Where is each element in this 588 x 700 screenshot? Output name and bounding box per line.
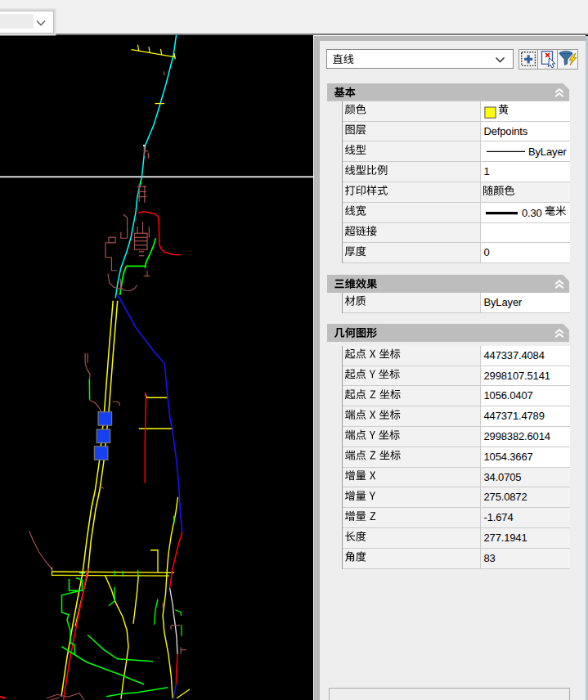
svg-text:ByLayer: ByLayer — [528, 146, 567, 158]
svg-text:0.30: 0.30 — [522, 207, 542, 219]
